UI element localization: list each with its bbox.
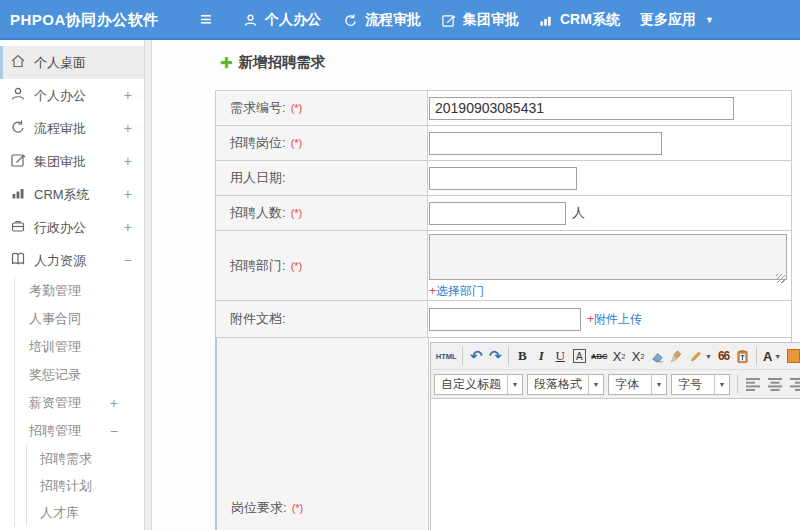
editor-content-area[interactable] [431, 399, 800, 530]
field-label: 需求编号: (*) [216, 91, 428, 125]
topnav-more-apps[interactable]: 更多应用 ▼ [640, 0, 714, 40]
pen-color-button[interactable]: ▼ [687, 345, 713, 367]
edit-square-icon [10, 152, 34, 171]
format-brush-button[interactable] [668, 345, 687, 367]
superscript-button[interactable]: X2 [610, 345, 628, 367]
sidebar-item-hr-contract[interactable]: 人事合同 [15, 305, 144, 333]
chevron-down-icon: ▼ [774, 353, 781, 360]
editor-toolbar-row2: 自定义标题 ▼ 段落格式 ▼ 字体 ▼ 字号 ▼ [431, 370, 800, 399]
app-brand: PHPOA协同办公软件 [10, 0, 159, 40]
sidebar-item-personal-office[interactable]: 个人办公 + [0, 79, 144, 112]
align-left-button[interactable] [745, 373, 763, 395]
required-mark: (*) [291, 137, 303, 149]
attachment-upload-link[interactable]: +附件上传 [587, 311, 642, 328]
hr-submenu: 考勤管理 人事合同 培训管理 奖惩记录 薪资管理 + 招聘管理 − 招聘需求 招… [14, 277, 144, 526]
clipboard-icon [735, 349, 750, 364]
font-size-dropdown[interactable]: 字号 ▼ [671, 374, 730, 395]
field-value-cell [428, 167, 791, 190]
page-title-text: 新增招聘需求 [239, 53, 326, 72]
chevron-down-icon: ▼ [507, 375, 522, 394]
undo-button[interactable]: ↶ [467, 345, 485, 367]
expand-icon[interactable]: + [110, 389, 118, 417]
expand-icon[interactable]: + [124, 112, 132, 145]
sidebar-item-label: CRM系统 [34, 186, 90, 204]
background-color-button[interactable] [784, 345, 800, 367]
bar-chart-icon [10, 185, 34, 204]
required-mark: (*) [291, 102, 303, 114]
paste-text-button[interactable] [734, 345, 753, 367]
font-color-button[interactable]: A▼ [761, 345, 783, 367]
expand-icon[interactable]: + [124, 211, 132, 244]
topnav-crm-system[interactable]: CRM系统 [538, 0, 620, 40]
eraser-button[interactable] [648, 345, 667, 367]
sidebar-item-label: 集团审批 [34, 153, 86, 171]
sidebar-item-label: 人才库 [40, 504, 79, 522]
custom-heading-dropdown[interactable]: 自定义标题 ▼ [434, 374, 523, 395]
required-mark: (*) [292, 502, 304, 514]
blockquote-button[interactable]: 66 [715, 345, 733, 367]
sidebar-item-label: 人力资源 [34, 252, 86, 270]
html-source-button[interactable]: HTML [434, 345, 458, 367]
border-text-button[interactable]: A [570, 345, 588, 367]
sidebar-item-attendance-management[interactable]: 考勤管理 [15, 277, 144, 305]
topnav-label: 集团审批 [463, 11, 519, 29]
sidebar-item-training-management[interactable]: 培训管理 [15, 333, 144, 361]
sidebar-item-workflow-approval[interactable]: 流程审批 + [0, 112, 144, 145]
editor-toolbar-row1: HTML ↶ ↷ B I U A ABC X2 X2 [431, 343, 800, 370]
chevron-down-icon: ▼ [714, 375, 729, 394]
topnav-group-approval[interactable]: 集团审批 [441, 0, 519, 40]
topnav-workflow-approval[interactable]: 流程审批 [343, 0, 421, 40]
pencil-icon [689, 349, 703, 363]
main-content: ✚ 新增招聘需求 需求编号: (*) 招聘岗位: (*) [152, 40, 800, 530]
field-value-cell [428, 97, 791, 120]
subscript-button[interactable]: X2 [629, 345, 647, 367]
redo-button[interactable]: ↷ [486, 345, 504, 367]
font-family-dropdown[interactable]: 字体 ▼ [608, 374, 667, 395]
sidebar-item-reward-punishment[interactable]: 奖惩记录 [15, 361, 144, 389]
form-row-position: 招聘岗位: (*) [215, 126, 792, 161]
sidebar-item-talent-pool[interactable]: 人才库 [27, 499, 144, 526]
align-right-button[interactable] [789, 373, 800, 395]
select-department-link[interactable]: +选择部门 [429, 283, 484, 300]
sidebar-item-recruitment-requirement[interactable]: 招聘需求 [27, 445, 144, 472]
sidebar-item-crm-system[interactable]: CRM系统 + [0, 178, 144, 211]
paragraph-format-dropdown[interactable]: 段落格式 ▼ [527, 374, 604, 395]
topnav-personal-office[interactable]: 个人办公 [243, 0, 321, 40]
sidebar-item-recruitment-management[interactable]: 招聘管理 − [15, 417, 144, 445]
form-row-job-requirements: 岗位要求: (*) HTML ↶ ↷ B I U A [215, 338, 792, 530]
expand-icon[interactable]: + [124, 145, 132, 178]
sidebar-item-human-resources[interactable]: 人力资源 − [0, 244, 144, 277]
sidebar-item-recruitment-plan[interactable]: 招聘计划 [27, 472, 144, 499]
attachment-input[interactable] [429, 308, 581, 331]
field-label: 招聘岗位: (*) [216, 126, 428, 160]
department-textarea[interactable] [429, 234, 787, 280]
sidebar-item-label: 个人桌面 [34, 54, 86, 72]
recruitment-submenu: 招聘需求 招聘计划 人才库 [26, 445, 144, 526]
underline-button[interactable]: U [551, 345, 569, 367]
collapse-icon[interactable]: − [124, 244, 132, 277]
form-row-attachment: 附件文档: +附件上传 [215, 301, 792, 338]
requirement-no-input[interactable] [429, 97, 734, 120]
toolbar-separator [508, 347, 509, 365]
align-center-button[interactable] [767, 373, 785, 395]
sidebar-item-personal-desktop[interactable]: 个人桌面 [0, 46, 144, 79]
expand-icon[interactable]: + [124, 178, 132, 211]
sidebar-item-label: 招聘计划 [40, 477, 92, 495]
sidebar-item-salary-management[interactable]: 薪资管理 + [15, 389, 144, 417]
position-input[interactable] [429, 132, 662, 155]
form-row-department: 招聘部门: (*) +选择部门 [215, 231, 792, 301]
hamburger-menu-icon[interactable]: ≡ [200, 0, 212, 38]
collapse-icon[interactable]: − [110, 417, 118, 445]
page-title: ✚ 新增招聘需求 [220, 53, 326, 72]
sidebar-item-label: 流程审批 [34, 120, 86, 138]
sidebar-item-group-approval[interactable]: 集团审批 + [0, 145, 144, 178]
bold-button[interactable]: B [513, 345, 531, 367]
resize-handle-icon[interactable] [776, 274, 785, 283]
strikethrough-button[interactable]: ABC [589, 345, 609, 367]
italic-button[interactable]: I [532, 345, 550, 367]
expand-icon[interactable]: + [124, 79, 132, 112]
field-value-cell: +选择部门 [428, 231, 791, 300]
sidebar-item-admin-office[interactable]: 行政办公 + [0, 211, 144, 244]
hire-date-input[interactable] [429, 167, 577, 190]
headcount-input[interactable] [429, 202, 566, 225]
